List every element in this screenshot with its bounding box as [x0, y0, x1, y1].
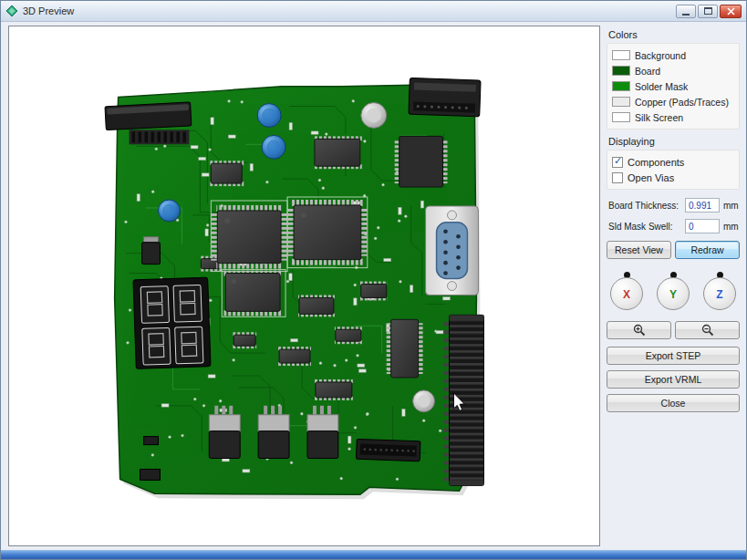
dial-z-label: Z	[701, 288, 738, 301]
sld-mask-swell-input[interactable]	[685, 219, 720, 233]
3d-preview-window: 3D Preview	[0, 0, 747, 560]
color-label: Silk Screen	[635, 112, 683, 123]
maximize-icon	[704, 7, 712, 15]
close-button[interactable]	[720, 5, 742, 18]
seven-segment-display	[133, 277, 211, 368]
export-vrml-button[interactable]: Export VRML	[607, 370, 740, 389]
colors-section-title: Colors	[608, 29, 740, 40]
dial-x-label: X	[608, 288, 645, 301]
displaying-group: Components Open Vias	[607, 150, 740, 190]
small-transistor	[142, 237, 161, 264]
maximize-button[interactable]	[698, 5, 718, 18]
window-bottom-border	[1, 550, 746, 559]
minimize-icon	[682, 14, 690, 16]
3d-viewport[interactable]	[8, 26, 600, 546]
checkbox-label: Open Vias	[628, 172, 674, 183]
displaying-section-title: Displaying	[608, 136, 740, 147]
control-panel: Colors Background Board Solder Mask Copp…	[605, 26, 742, 546]
minimize-button[interactable]	[676, 5, 696, 18]
qfp-ic-1	[211, 205, 287, 269]
color-label: Solder Mask	[635, 81, 688, 92]
diamond-icon	[5, 5, 18, 17]
sld-mask-swell-unit: mm	[723, 222, 740, 232]
solder-mask-color-swatch[interactable]	[612, 81, 630, 91]
open-vias-option: Open Vias	[612, 170, 734, 185]
top-right-connector	[409, 78, 481, 116]
silk-screen-color-swatch[interactable]	[612, 112, 630, 122]
idc-connector	[444, 315, 484, 485]
close-panel-button[interactable]: Close	[607, 394, 740, 412]
open-vias-checkbox[interactable]	[612, 172, 623, 183]
qfp-ic-2	[287, 200, 368, 265]
dial-z[interactable]: Z	[701, 272, 738, 312]
db9-connector	[426, 206, 479, 295]
zoom-out-button[interactable]	[675, 321, 740, 339]
sld-mask-swell-label: Sld Mask Swell:	[608, 222, 681, 232]
pcb-render	[9, 26, 599, 545]
color-row-board: Board	[612, 63, 734, 78]
sld-mask-swell-field: Sld Mask Swell: mm	[608, 217, 740, 235]
redraw-button[interactable]: Redraw	[675, 241, 740, 259]
color-label: Background	[635, 50, 686, 61]
board-thickness-label: Board Thickness:	[608, 201, 681, 211]
colors-group: Background Board Solder Mask Copper (Pad…	[607, 43, 740, 130]
soic-ic-3	[223, 271, 282, 316]
board-thickness-input[interactable]	[685, 198, 720, 213]
export-step-button[interactable]: Export STEP	[607, 347, 740, 365]
color-row-silk-screen: Silk Screen	[612, 109, 734, 125]
board-thickness-unit: mm	[723, 201, 740, 211]
color-label: Board	[635, 66, 660, 77]
color-label: Copper (Pads/Traces)	[635, 97, 729, 108]
reset-view-button[interactable]: Reset View	[607, 241, 671, 259]
rotation-dials: X Y Z	[608, 272, 738, 312]
background-color-swatch[interactable]	[612, 50, 630, 60]
magnifier-plus-icon	[633, 324, 646, 337]
color-row-solder-mask: Solder Mask	[612, 78, 734, 94]
color-row-copper: Copper (Pads/Traces)	[612, 94, 734, 109]
color-row-background: Background	[612, 47, 734, 63]
close-icon	[727, 7, 735, 16]
magnifier-minus-icon	[701, 324, 714, 337]
components-option: Components	[612, 154, 734, 170]
dial-x[interactable]: X	[608, 272, 645, 312]
checkbox-label: Components	[628, 157, 684, 168]
components-checkbox[interactable]	[612, 157, 623, 168]
dial-y-label: Y	[655, 288, 691, 301]
board-thickness-field: Board Thickness: mm	[608, 196, 740, 214]
top-left-connector	[105, 102, 192, 130]
zoom-in-button[interactable]	[607, 321, 671, 339]
dial-y[interactable]: Y	[655, 272, 691, 312]
title-bar[interactable]: 3D Preview	[1, 1, 746, 22]
bottom-connector	[356, 439, 420, 461]
board-color-swatch[interactable]	[612, 66, 630, 76]
top-left-pin-row	[130, 130, 190, 144]
window-title: 3D Preview	[23, 5, 671, 16]
copper-color-swatch[interactable]	[612, 97, 630, 107]
